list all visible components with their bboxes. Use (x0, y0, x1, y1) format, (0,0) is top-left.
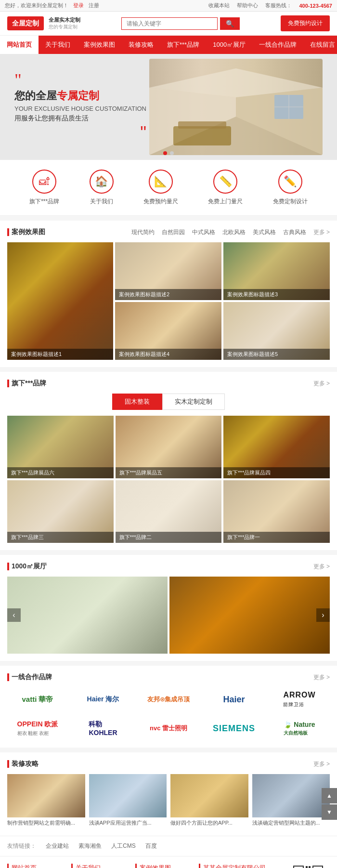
logo-main: 全屋定制 (12, 19, 39, 27)
showroom-item-2[interactable] (169, 577, 330, 654)
filter-natural[interactable]: 自然田园 (162, 228, 185, 237)
nav-item-brand[interactable]: 旗下***品牌 (160, 36, 206, 54)
partner-kohler-text: 科勒KOHLER (89, 720, 117, 736)
partner-arrow-text: ARROW箭牌卫浴 (283, 691, 315, 708)
footer-company-title: 某某全屋定制有限公司 (199, 864, 284, 868)
icon-about[interactable]: 🏠 关于我们 (90, 170, 114, 206)
sidebar-back-to-top[interactable]: ▲ (322, 788, 337, 803)
partner-arrow[interactable]: ARROW箭牌卫浴 (279, 687, 319, 711)
footer-link-1[interactable]: 企业建站 (46, 842, 69, 850)
case-item-3[interactable]: 案例效果图标题描述3 (223, 242, 330, 300)
partner-nature-text: 🍃 Nature大自然地板 (284, 721, 315, 736)
partner-nvc-text: nvc 雷士照明 (150, 724, 187, 733)
showroom-more[interactable]: 更多 > (313, 563, 330, 571)
search-button[interactable]: 🔍 (220, 17, 240, 30)
footer-links: 友情链接： 企业建站 素海湘鱼 人工CMS 百度 (0, 836, 337, 856)
case-item-5[interactable]: 案例效果图标题描述5 (223, 302, 330, 360)
logo-slogan: 您的专属定制 (49, 24, 80, 30)
topbar-register[interactable]: 注册 (89, 2, 99, 9)
cases-filters-area: 现代简约 自然田园 中式风格 北欧风格 美式风格 古典风格 更多 > (131, 228, 330, 237)
banner-quote-close: " (14, 123, 146, 143)
footer-link-3[interactable]: 人工CMS (111, 842, 136, 850)
filter-nordic[interactable]: 北欧风格 (222, 228, 246, 237)
sidebar-scroll-down[interactable]: ▼ (322, 804, 337, 820)
icon-home-measure[interactable]: 📏 免费上门量尺 (208, 170, 243, 206)
tip-item-1[interactable]: 制作营销型网站之前需明确... (7, 774, 85, 829)
nav-item-partners[interactable]: 一线合作品牌 (252, 36, 303, 54)
partners-title: 一线合作品牌 (7, 673, 52, 682)
topbar-help[interactable]: 帮助中心 (237, 2, 258, 9)
icon-brand[interactable]: 🛋 旗下***品牌 (29, 170, 59, 206)
tip-item-3[interactable]: 做好四个方面让您的APP... (170, 774, 248, 829)
showroom-wrapper: ‹ › (7, 577, 330, 654)
nav-item-message[interactable]: 在线留言 (303, 36, 337, 54)
partner-haier[interactable]: Haier 海尔 (83, 687, 123, 711)
tip-item-2[interactable]: 浅谈APP应用运营推广当... (89, 774, 167, 829)
filter-classic[interactable]: 古典风格 (283, 228, 306, 237)
nav-item-tips[interactable]: 装修攻略 (122, 36, 160, 54)
partner-vatti[interactable]: vatti 華帝 (18, 687, 57, 711)
brand-section: 旗下***品牌 更多 > 固木整装 实木定制定制 旗下***品牌展品六 旗下**… (0, 372, 337, 550)
case-item-4[interactable]: 案例效果图标题描述4 (115, 302, 221, 360)
partners-more[interactable]: 更多 > (313, 673, 330, 682)
tips-more[interactable]: 更多 > (313, 760, 330, 768)
partner-haier2[interactable]: Haier (219, 687, 248, 711)
nav-item-showroom[interactable]: 1000㎡展厅 (206, 36, 252, 54)
search-input[interactable] (121, 17, 218, 30)
nav-item-cases[interactable]: 案例效果图 (77, 36, 122, 54)
showroom-grid (7, 577, 330, 654)
tip-item-4[interactable]: 浅谈确定营销型网站主题的... (252, 774, 330, 829)
footer-link-2[interactable]: 素海湘鱼 (78, 842, 102, 850)
topbar-login[interactable]: 登录 (73, 2, 84, 9)
product-item-6[interactable]: 旗下***品牌一 (223, 480, 330, 543)
partner-youjia[interactable]: 友邦⊙集成吊顶 (143, 687, 194, 711)
showroom-header: 1000㎡展厅 更多 > (7, 562, 330, 571)
topbar-favorite[interactable]: 收藏本站 (208, 2, 230, 9)
filter-chinese[interactable]: 中式风格 (192, 228, 215, 237)
case-label-2: 案例效果图标题描述2 (115, 289, 221, 300)
svg-rect-17 (309, 866, 311, 868)
case-label-5: 案例效果图标题描述5 (223, 349, 330, 360)
showroom-prev-arrow[interactable]: ‹ (7, 608, 21, 622)
tip-title-4: 浅谈确定营销型网站主题的... (252, 817, 330, 829)
banner-dot-1[interactable] (163, 151, 167, 155)
icon-measure[interactable]: 📐 免费预约量尺 (143, 170, 178, 206)
icon-design[interactable]: ✏️ 免费定制设计 (273, 170, 308, 206)
case-label-3: 案例效果图标题描述3 (223, 289, 330, 300)
brand-more[interactable]: 更多 > (313, 380, 330, 388)
partner-kohler[interactable]: 科勒KOHLER (85, 716, 121, 740)
svg-rect-8 (178, 121, 226, 129)
nav-item-about[interactable]: 关于我们 (39, 36, 77, 54)
partner-oppein[interactable]: OPPEIN 欧派柜衣 鞋柜 衣柜 (13, 716, 62, 740)
brand-title: 旗下***品牌 (7, 379, 46, 388)
product-item-1[interactable]: 旗下***品牌展品六 (7, 416, 114, 478)
brand-tab-custom[interactable]: 实木定制定制 (162, 394, 225, 410)
logo-area: 全屋定制 全屋实木定制 您的专属定制 (7, 16, 80, 30)
product-item-4[interactable]: 旗下***品牌三 (7, 480, 114, 543)
topbar-left: 您好，欢迎来到全屋定制！ 登录 注册 (5, 2, 99, 9)
filter-american[interactable]: 美式风格 (253, 228, 276, 237)
brand-tab-solid[interactable]: 固木整装 (112, 394, 162, 410)
tip-img-1 (7, 774, 85, 817)
case-item-1[interactable]: 案例效果图标题描述1 (7, 242, 113, 360)
nav-item-home[interactable]: 网站首页 (0, 36, 39, 54)
partner-siemens[interactable]: SIEMENS (209, 716, 259, 740)
showroom-img-2 (169, 577, 330, 654)
brand-icon: 🛋 (32, 170, 56, 194)
partner-nvc[interactable]: nvc 雷士照明 (146, 716, 191, 740)
footer-link-4[interactable]: 百度 (145, 842, 157, 850)
topbar-welcome: 您好，欢迎来到全屋定制！ (5, 2, 68, 9)
partner-nature[interactable]: 🍃 Nature大自然地板 (280, 716, 319, 740)
product-item-5[interactable]: 旗下***品牌二 (116, 480, 222, 543)
showroom-next-arrow[interactable]: › (316, 608, 330, 622)
banner-dot-2[interactable] (170, 151, 174, 155)
cases-more[interactable]: 更多 > (313, 228, 330, 237)
case-item-2[interactable]: 案例效果图标题描述2 (115, 242, 221, 300)
product-item-3[interactable]: 旗下***品牌展品四 (223, 416, 330, 478)
cases-title: 案例效果图 (7, 228, 45, 237)
free-design-button[interactable]: 免费预约设计 (281, 15, 330, 31)
product-item-2[interactable]: 旗下***品牌展品五 (116, 416, 222, 478)
filter-modern[interactable]: 现代简约 (131, 228, 155, 237)
footer-links-label: 友情链接： (7, 842, 36, 850)
showroom-item-1[interactable] (7, 577, 168, 654)
